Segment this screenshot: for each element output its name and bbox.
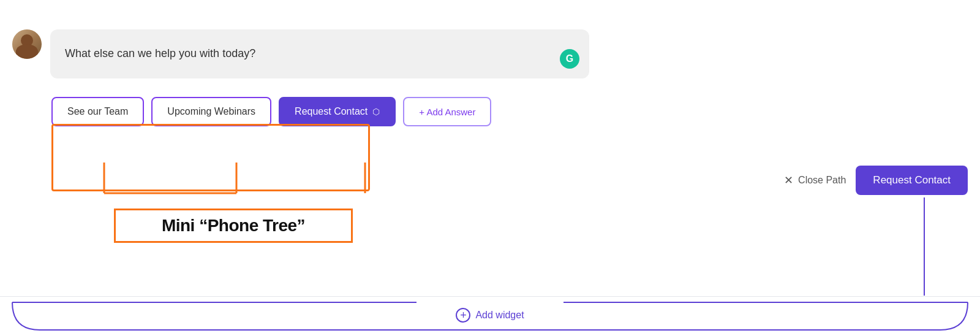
phone-tree-text: Mini “Phone Tree”: [162, 216, 305, 235]
see-team-button[interactable]: See our Team: [51, 97, 144, 126]
message-bubble: What else can we help you with today?: [50, 29, 589, 78]
orange-highlight-box: [51, 124, 370, 191]
answer-buttons-row: See our Team Upcoming Webinars Request C…: [51, 97, 491, 126]
tree-connector-lines: [51, 126, 370, 199]
share-icon: ⬡: [372, 107, 380, 117]
add-widget-button[interactable]: + Add widget: [456, 308, 524, 323]
avatar-image: [12, 29, 42, 59]
bottom-bar: + Add widget: [0, 296, 980, 333]
request-contact-right-button[interactable]: Request Contact: [856, 166, 968, 195]
message-text: What else can we help you with today?: [65, 46, 255, 61]
avatar: [12, 29, 42, 59]
request-contact-button[interactable]: Request Contact ⬡: [279, 97, 396, 126]
add-answer-button[interactable]: + Add Answer: [403, 97, 491, 126]
vertical-connector-line: [924, 197, 925, 296]
close-icon: ✕: [784, 174, 793, 187]
grammarly-icon[interactable]: [560, 49, 579, 69]
phone-tree-label: Mini “Phone Tree”: [114, 209, 353, 243]
close-path-button[interactable]: ✕ Close Path: [784, 174, 846, 187]
request-contact-label: Request Contact: [295, 106, 368, 117]
add-widget-label: Add widget: [475, 310, 524, 321]
close-path-label: Close Path: [798, 175, 846, 186]
plus-circle-icon: +: [456, 308, 470, 323]
right-actions: ✕ Close Path Request Contact: [784, 166, 968, 195]
chat-message: What else can we help you with today?: [12, 29, 589, 78]
upcoming-webinars-button[interactable]: Upcoming Webinars: [151, 97, 271, 126]
main-area: What else can we help you with today? Se…: [0, 0, 980, 333]
